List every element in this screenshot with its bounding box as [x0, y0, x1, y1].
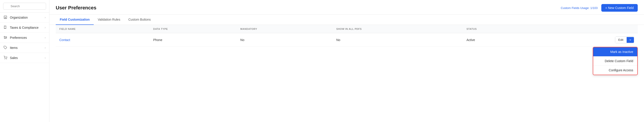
col-header-actions — [532, 25, 638, 33]
main-content: User Preferences Custom Fields Usage: 1/… — [50, 0, 644, 122]
building-icon — [4, 15, 8, 19]
cell-status: Active — [463, 33, 532, 47]
delete-custom-field-item[interactable]: Delete Custom Field — [593, 57, 637, 66]
tabs-bar: Field Customization Validation Rules Cus… — [50, 14, 644, 25]
search-input[interactable] — [3, 3, 46, 10]
cell-actions: Edit Mark as Inactive Delete Custom Fiel… — [532, 33, 638, 47]
sidebar-item-organization[interactable]: Organization › — [0, 12, 49, 23]
chevron-right-icon-organization: › — [45, 16, 46, 19]
sidebar-item-sales[interactable]: Sales › — [0, 53, 49, 63]
cart-icon — [4, 56, 8, 60]
col-header-data-type: DATA TYPE — [150, 25, 237, 33]
dropdown-toggle-button[interactable] — [627, 37, 634, 43]
chevron-right-icon-items: › — [45, 46, 46, 49]
chevron-right-icon-sales: › — [45, 56, 46, 59]
tag-icon — [4, 46, 8, 50]
edit-button[interactable]: Edit — [615, 37, 626, 43]
cell-field-name: Contact — [56, 33, 150, 47]
sidebar-item-items[interactable]: Items › — [0, 43, 49, 53]
sidebar-item-preferences[interactable]: Preferences › — [0, 33, 49, 43]
cell-show-in-all-pdfs: No — [332, 33, 463, 47]
field-name-link[interactable]: Contact — [59, 38, 70, 42]
configure-access-item[interactable]: Configure Access — [593, 66, 637, 75]
sidebar-item-label-items: Items — [10, 46, 18, 50]
sidebar-item-label-preferences: Preferences — [10, 36, 27, 39]
table-area: FIELD NAME DATA TYPE MANDATORY SHOW IN A… — [50, 25, 644, 122]
col-header-field-name: FIELD NAME — [56, 25, 150, 33]
actions-dropdown-menu: Mark as Inactive Delete Custom Field Con… — [593, 47, 638, 75]
sidebar-search-container — [0, 0, 49, 12]
chevron-right-icon-preferences: › — [45, 36, 46, 39]
tab-custom-buttons[interactable]: Custom Buttons — [124, 14, 155, 25]
sidebar: Organization › Taxes & Compliance › — [0, 0, 50, 122]
col-header-status: STATUS — [463, 25, 532, 33]
sliders-icon — [4, 36, 8, 40]
sidebar-item-label-organization: Organization — [10, 16, 28, 19]
tab-validation-rules[interactable]: Validation Rules — [94, 14, 124, 25]
svg-point-9 — [5, 38, 6, 39]
table-row: Contact Phone No No Active Edit — [56, 33, 638, 47]
custom-fields-usage: Custom Fields Usage: 1/103 — [561, 6, 598, 10]
new-custom-field-button[interactable]: + New Custom Field — [601, 4, 638, 12]
sidebar-item-label-taxes: Taxes & Compliance — [10, 26, 39, 29]
edit-button-group: Edit — [615, 36, 634, 43]
chevron-down-icon — [629, 39, 632, 41]
receipt-icon — [4, 25, 8, 30]
main-header: User Preferences Custom Fields Usage: 1/… — [50, 0, 644, 14]
cell-data-type: Phone — [150, 33, 237, 47]
sidebar-item-taxes-compliance[interactable]: Taxes & Compliance › — [0, 23, 49, 33]
sidebar-nav: Organization › Taxes & Compliance › — [0, 12, 49, 122]
chevron-right-icon-taxes: › — [45, 26, 46, 29]
svg-point-6 — [6, 37, 7, 38]
sidebar-item-label-sales: Sales — [10, 56, 18, 60]
header-right: Custom Fields Usage: 1/103 + New Custom … — [561, 4, 638, 12]
mark-inactive-item[interactable]: Mark as Inactive — [593, 47, 637, 57]
new-custom-field-label: + New Custom Field — [605, 6, 634, 10]
tab-field-customization[interactable]: Field Customization — [56, 14, 94, 25]
col-header-show-in-all-pdfs: SHOW IN ALL PDFS — [332, 25, 463, 33]
custom-fields-table: FIELD NAME DATA TYPE MANDATORY SHOW IN A… — [56, 25, 638, 47]
cell-mandatory: No — [237, 33, 333, 47]
col-header-mandatory: MANDATORY — [237, 25, 333, 33]
page-title: User Preferences — [56, 5, 96, 11]
svg-point-3 — [4, 36, 5, 37]
